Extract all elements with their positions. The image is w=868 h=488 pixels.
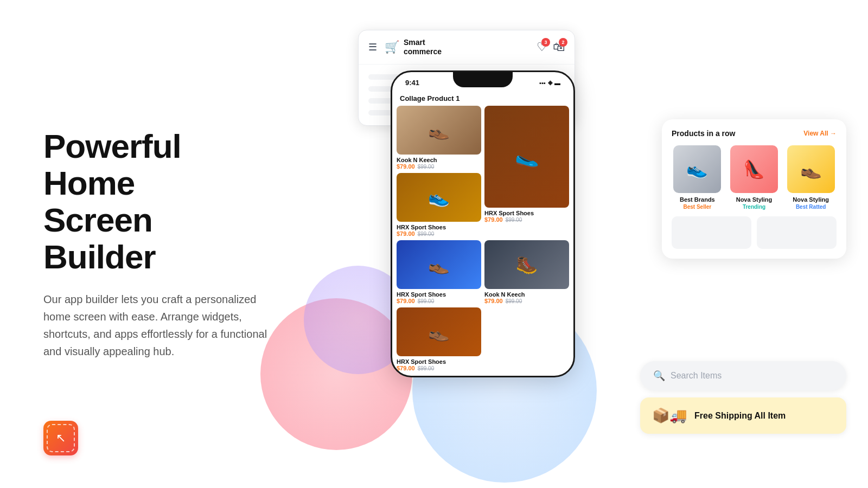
app-logo-icon: ↖ <box>43 421 78 455</box>
product-image-1: 👞 <box>397 106 481 155</box>
collage-grid: 👞 Kook N Keech $79.00 $99.00 🥿 HR <box>392 106 573 376</box>
page-container: Powerful Home Screen Builder Our app bui… <box>0 0 868 488</box>
product-price-row-6: $79.00 $99.00 <box>397 365 481 371</box>
battery-icon: ▬ <box>554 80 560 86</box>
product-price-4: $79.00 <box>397 298 415 304</box>
product-row-img-3: 👞 <box>787 145 835 193</box>
product-name-4: HRX Sport Shoes <box>397 291 481 298</box>
product-row-img-1: 👟 <box>673 145 721 193</box>
product-price-row-1: $79.00 $99.00 <box>397 163 481 170</box>
browser-toolbar: ☰ 🛒 Smart commerce ♡ 3 🛍 2 <box>359 30 575 65</box>
product-old-price-1: $99.00 <box>418 164 435 170</box>
shipping-emoji: 📦🚚 <box>652 407 687 424</box>
product-row-name-2: Nova Styling <box>736 196 773 203</box>
product-price-1: $79.00 <box>397 163 415 170</box>
product-image-2: 🥿 <box>484 106 569 208</box>
product-row-badge-1: Best Seller <box>683 204 711 210</box>
product-image-3: 👟 <box>397 173 481 222</box>
phone-body: Collage Product 1 👞 Kook N Keech $79.00 … <box>392 90 573 376</box>
product-price-row-2: $79.00 $99.00 <box>484 216 569 223</box>
product-price-row-3: $79.00 $99.00 <box>397 230 481 237</box>
product-old-price-6: $99.00 <box>418 365 435 371</box>
product-row-item-1[interactable]: 👟 Best Brands Best Seller <box>672 145 723 210</box>
shopping-bag-icon[interactable]: 🛍 2 <box>553 40 565 54</box>
brand-name: Smart commerce <box>404 38 442 56</box>
wishlist-badge: 3 <box>541 38 550 47</box>
products-row-card: Products in a row View All → 👟 Best Bran… <box>662 119 846 259</box>
skeleton-item-2 <box>757 216 837 249</box>
menu-icon[interactable]: ☰ <box>368 41 377 53</box>
right-panel: ☰ 🛒 Smart commerce ♡ 3 🛍 2 <box>304 0 868 488</box>
product-old-price-3: $99.00 <box>418 231 435 237</box>
product-card-6[interactable]: 👞 HRX Sport Shoes $79.00 $99.00 <box>397 307 481 371</box>
product-image-6: 👞 <box>397 307 481 356</box>
product-image-5: 🥾 <box>484 240 569 289</box>
product-row-name-3: Nova Styling <box>793 196 829 203</box>
product-old-price-4: $99.00 <box>418 298 435 304</box>
product-name-6: HRX Sport Shoes <box>397 358 481 365</box>
cart-logo-icon: 🛒 <box>385 40 399 54</box>
product-row-img-2: 👠 <box>730 145 778 193</box>
product-price-row-4: $79.00 $99.00 <box>397 298 481 304</box>
product-old-price-5: $99.00 <box>506 298 522 304</box>
search-input-bar[interactable]: 🔍 Search Items <box>640 361 846 390</box>
product-name-2: HRX Sport Shoes <box>484 210 569 216</box>
browser-actions: ♡ 3 🛍 2 <box>537 40 565 54</box>
browser-logo: 🛒 Smart commerce <box>385 38 442 56</box>
product-card[interactable]: 👞 Kook N Keech $79.00 $99.00 <box>397 106 481 170</box>
product-name-1: Kook N Keech <box>397 157 481 163</box>
product-row-item-2[interactable]: 👠 Nova Styling Trending <box>729 145 780 210</box>
product-row-badge-3: Best Ratted <box>796 204 826 210</box>
product-price-3: $79.00 <box>397 230 415 237</box>
product-card-4[interactable]: 👞 HRX Sport Shoes $79.00 $99.00 <box>397 240 481 304</box>
search-icon: 🔍 <box>653 370 665 382</box>
shipping-text: Free Shipping All Item <box>694 411 786 421</box>
product-name-3: HRX Sport Shoes <box>397 224 481 230</box>
product-name-5: Kook N Keech <box>484 291 569 298</box>
collage-label: Collage Product 1 <box>392 90 573 106</box>
hero-description: Our app builder lets you craft a persona… <box>43 291 271 360</box>
logo-icon-inner: ↖ <box>47 424 75 452</box>
product-price-row-5: $79.00 $99.00 <box>484 298 569 304</box>
product-price-2: $79.00 <box>484 216 503 223</box>
product-price-6: $79.00 <box>397 365 415 371</box>
signal-icon: ▪▪▪ <box>539 80 546 86</box>
view-all-link[interactable]: View All → <box>803 130 837 137</box>
product-row-badge-2: Trending <box>743 204 765 210</box>
products-row-items: 👟 Best Brands Best Seller 👠 Nova Styling… <box>672 145 837 210</box>
product-card-3[interactable]: 👟 HRX Sport Shoes $79.00 $99.00 <box>397 173 481 237</box>
skeleton-item-1 <box>672 216 751 249</box>
search-placeholder-text: Search Items <box>671 371 722 381</box>
wifi-icon: ◈ <box>548 79 552 86</box>
status-time: 9:41 <box>405 79 419 87</box>
products-row-header: Products in a row View All → <box>672 129 837 138</box>
product-image-4: 👞 <box>397 240 481 289</box>
products-row-title: Products in a row <box>672 129 735 138</box>
skeleton-row <box>672 216 837 249</box>
product-price-5: $79.00 <box>484 298 503 304</box>
search-card: 🔍 Search Items <box>640 361 846 390</box>
phone-notch <box>453 72 513 87</box>
left-panel: Powerful Home Screen Builder Our app bui… <box>0 95 304 393</box>
product-old-price-2: $99.00 <box>506 217 522 223</box>
status-icons: ▪▪▪ ◈ ▬ <box>539 79 560 86</box>
phone-mockup: 9:41 ▪▪▪ ◈ ▬ Collage Product 1 👞 Ko <box>391 70 575 377</box>
product-card-5[interactable]: 🥾 Kook N Keech $79.00 $99.00 <box>484 240 569 304</box>
shipping-banner: 📦🚚 Free Shipping All Item <box>640 397 846 434</box>
product-row-item-3[interactable]: 👞 Nova Styling Best Ratted <box>785 145 837 210</box>
hero-title: Powerful Home Screen Builder <box>43 128 271 276</box>
product-card-2[interactable]: 🥿 HRX Sport Shoes $79.00 $99.00 <box>484 106 569 237</box>
wishlist-icon[interactable]: ♡ 3 <box>537 40 547 54</box>
cart-badge: 2 <box>559 38 567 47</box>
product-row-name-1: Best Brands <box>680 196 715 203</box>
